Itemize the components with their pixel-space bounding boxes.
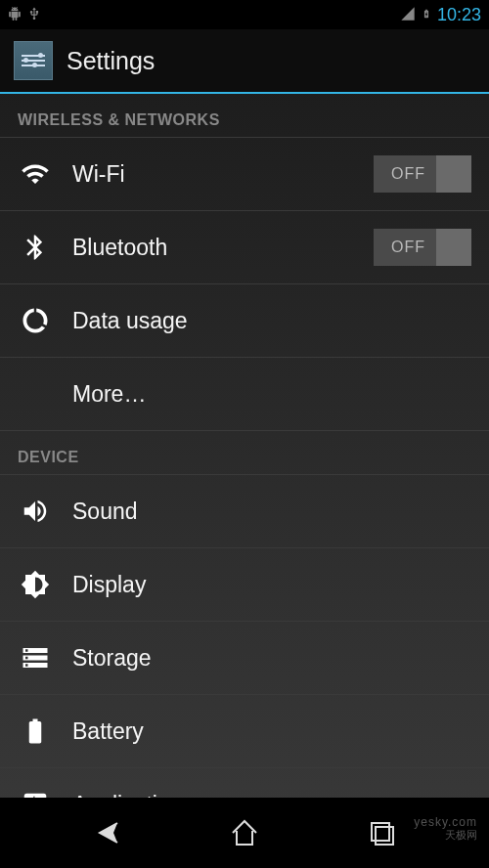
- section-header-device: DEVICE: [0, 431, 489, 475]
- more-item[interactable]: More…: [0, 358, 489, 431]
- applications-item[interactable]: Applications: [0, 768, 489, 798]
- battery-label: Battery: [72, 718, 471, 745]
- display-label: Display: [72, 572, 471, 598]
- bluetooth-label: Bluetooth: [72, 235, 374, 261]
- watermark-cn: 天极网: [445, 828, 477, 843]
- more-label: More…: [72, 381, 471, 408]
- sound-icon: [18, 494, 53, 529]
- action-bar: Settings: [0, 29, 489, 94]
- recent-apps-button[interactable]: [357, 808, 406, 857]
- storage-icon: [18, 640, 53, 675]
- settings-app-icon: [14, 41, 53, 80]
- wifi-label: Wi-Fi: [72, 161, 374, 188]
- page-title: Settings: [67, 47, 155, 75]
- data-usage-icon: [18, 303, 53, 338]
- wifi-item[interactable]: Wi-Fi OFF: [0, 138, 489, 211]
- usb-icon: [27, 7, 41, 23]
- wifi-icon: [18, 156, 53, 192]
- svg-rect-1: [372, 823, 389, 841]
- battery-icon: [18, 714, 53, 749]
- sound-item[interactable]: Sound: [0, 475, 489, 548]
- bluetooth-icon: [18, 230, 53, 265]
- battery-item[interactable]: Battery: [0, 695, 489, 768]
- svg-rect-2: [376, 827, 393, 845]
- storage-item[interactable]: Storage: [0, 622, 489, 695]
- bluetooth-item[interactable]: Bluetooth OFF: [0, 211, 489, 284]
- data-usage-item[interactable]: Data usage: [0, 284, 489, 358]
- storage-label: Storage: [72, 645, 471, 672]
- navigation-bar: [0, 798, 489, 868]
- data-usage-label: Data usage: [72, 308, 471, 334]
- section-header-wireless: WIRELESS & NETWORKS: [0, 94, 489, 138]
- display-item[interactable]: Display: [0, 548, 489, 622]
- bluetooth-toggle[interactable]: OFF: [374, 229, 471, 266]
- more-icon-spacer: [18, 376, 53, 412]
- signal-icon: [400, 6, 416, 24]
- display-icon: [18, 567, 53, 602]
- sound-label: Sound: [72, 499, 471, 525]
- home-button[interactable]: [220, 808, 269, 857]
- back-button[interactable]: [83, 808, 132, 857]
- android-debug-icon: [8, 7, 22, 23]
- battery-charging-icon: [422, 6, 431, 24]
- settings-list: WIRELESS & NETWORKS Wi-Fi OFF Bluetooth …: [0, 94, 489, 798]
- wifi-toggle[interactable]: OFF: [374, 155, 471, 193]
- applications-icon: [18, 787, 53, 798]
- watermark-en: yesky.com: [414, 815, 477, 829]
- status-bar: 10:23: [0, 0, 489, 29]
- status-clock: 10:23: [437, 5, 481, 25]
